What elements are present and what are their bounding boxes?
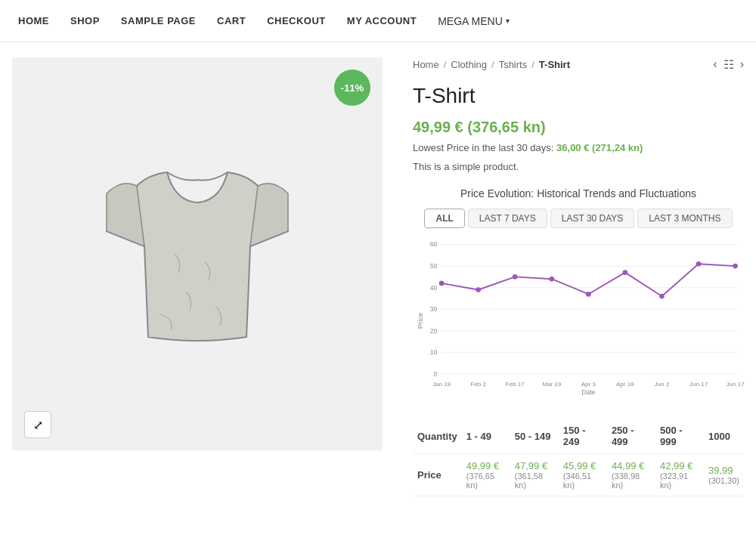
svg-point-28	[549, 277, 554, 282]
svg-text:Jun 17: Jun 17	[689, 381, 708, 388]
lowest-price-value: 36,00 € (271,24 kn)	[556, 142, 643, 153]
breadcrumb-sep-1: /	[444, 59, 447, 70]
price-cell-1: 49,99 € (376,65 kn)	[462, 454, 510, 496]
svg-point-31	[659, 294, 665, 299]
svg-point-30	[623, 270, 628, 275]
lowest-price-label: Lowest Price in the last 30 days:	[413, 142, 553, 153]
svg-text:Mar 19: Mar 19	[542, 381, 562, 388]
price-row: Price 49,99 € (376,65 kn) 47,99 € (361,5…	[413, 454, 744, 496]
nav-sample-page[interactable]: SAMPLE PAGE	[121, 15, 196, 26]
breadcrumb-tshirts[interactable]: Tshirts	[499, 59, 528, 70]
breadcrumb-current: T-Shirt	[539, 59, 570, 70]
breadcrumb-home[interactable]: Home	[413, 59, 439, 70]
chart-tab-all[interactable]: ALL	[424, 209, 464, 228]
svg-text:0: 0	[434, 370, 438, 378]
svg-point-27	[513, 274, 518, 280]
svg-text:40: 40	[430, 284, 438, 292]
svg-text:Apr 18: Apr 18	[616, 381, 634, 388]
page-container: -11% ⤢ Home	[0, 42, 756, 512]
price-chart: Price 0 10 20 30 40 50	[413, 237, 744, 395]
svg-point-25	[439, 281, 445, 286]
qty-col-3: 150 - 249	[559, 419, 607, 454]
chart-title: Price Evolution: Historical Trends and F…	[413, 187, 744, 199]
price-cell-3: 45,99 € (346,51 kn)	[559, 454, 607, 496]
svg-text:Feb 17: Feb 17	[506, 381, 525, 388]
price-cell-4: 44,99 € (338,98 kn)	[607, 454, 655, 496]
svg-point-26	[476, 287, 481, 292]
svg-text:30: 30	[430, 305, 438, 313]
product-image-wrapper: -11% ⤢	[12, 57, 383, 450]
breadcrumb-sep-2: /	[491, 59, 494, 70]
product-price: 49,99 € (376,65 kn)	[413, 119, 744, 136]
nav-mega-menu[interactable]: MEGA MENU	[438, 15, 510, 27]
nav-home[interactable]: HOME	[18, 15, 49, 26]
prev-product-icon[interactable]: ‹	[713, 57, 717, 72]
svg-text:20: 20	[430, 327, 438, 335]
svg-text:Feb 2: Feb 2	[470, 381, 486, 388]
quantity-price-table: Quantity 1 - 49 50 - 149 150 - 249 250 -…	[413, 419, 744, 496]
price-chart-container: Price 0 10 20 30 40 50	[413, 237, 744, 404]
price-row-label: Price	[413, 454, 462, 496]
nav-cart[interactable]: CART	[217, 15, 246, 26]
breadcrumb-nav-icons: ‹ ☷ ›	[713, 57, 744, 72]
grid-view-icon[interactable]: ☷	[723, 57, 734, 72]
breadcrumb-clothing[interactable]: Clothing	[451, 59, 487, 70]
discount-badge: -11%	[334, 70, 370, 106]
chart-tab-3months[interactable]: LAST 3 MONTHS	[637, 209, 732, 228]
qty-col-6: 1000	[704, 419, 744, 454]
chart-tab-30days[interactable]: LAST 30 DAYS	[550, 209, 635, 228]
chart-section: Price Evolution: Historical Trends and F…	[413, 187, 744, 404]
svg-point-33	[733, 264, 738, 269]
qty-col-4: 250 - 499	[607, 419, 655, 454]
svg-text:50: 50	[430, 262, 438, 270]
qty-col-2: 50 - 149	[510, 419, 559, 454]
lowest-price-line: Lowest Price in the last 30 days: 36,00 …	[413, 142, 744, 153]
nav-shop[interactable]: SHOP	[70, 15, 100, 26]
svg-text:Apr 3: Apr 3	[581, 381, 596, 388]
main-nav: HOME SHOP SAMPLE PAGE CART CHECKOUT MY A…	[0, 0, 756, 42]
svg-text:Jun 2: Jun 2	[655, 381, 670, 388]
product-title: T-Shirt	[413, 84, 744, 108]
nav-my-account[interactable]: MY ACCOUNT	[347, 15, 417, 26]
price-cell-5: 42,99 € (323,91 kn)	[655, 454, 704, 496]
svg-point-29	[586, 292, 591, 297]
expand-image-button[interactable]: ⤢	[24, 411, 51, 438]
price-cell-2: 47,99 € (361,58 kn)	[510, 454, 559, 496]
svg-point-32	[696, 261, 702, 267]
svg-text:Date: Date	[581, 388, 595, 396]
svg-text:10: 10	[430, 348, 438, 356]
product-image-section: -11% ⤢	[12, 57, 383, 496]
nav-checkout[interactable]: CHECKOUT	[267, 15, 326, 26]
chart-tabs: ALL LAST 7 DAYS LAST 30 DAYS LAST 3 MONT…	[413, 209, 744, 228]
svg-text:60: 60	[430, 240, 438, 248]
qty-header-label: Quantity	[413, 419, 462, 454]
next-product-icon[interactable]: ›	[740, 57, 744, 72]
price-cell-6: 39,99 (301,30)	[704, 454, 744, 496]
breadcrumb: Home / Clothing / Tshirts / T-Shirt ‹ ☷ …	[413, 57, 744, 72]
svg-text:Jan 18: Jan 18	[432, 381, 451, 388]
qty-col-1: 1 - 49	[462, 419, 510, 454]
product-details: Home / Clothing / Tshirts / T-Shirt ‹ ☷ …	[413, 57, 744, 496]
chart-tab-7days[interactable]: LAST 7 DAYS	[468, 209, 547, 228]
breadcrumb-sep-3: /	[531, 59, 534, 70]
svg-text:Jun 17: Jun 17	[726, 381, 745, 388]
product-description: This is a simple product.	[413, 161, 744, 172]
tshirt-image	[76, 141, 318, 367]
svg-text:Price: Price	[416, 313, 424, 329]
qty-col-5: 500 - 999	[655, 419, 704, 454]
